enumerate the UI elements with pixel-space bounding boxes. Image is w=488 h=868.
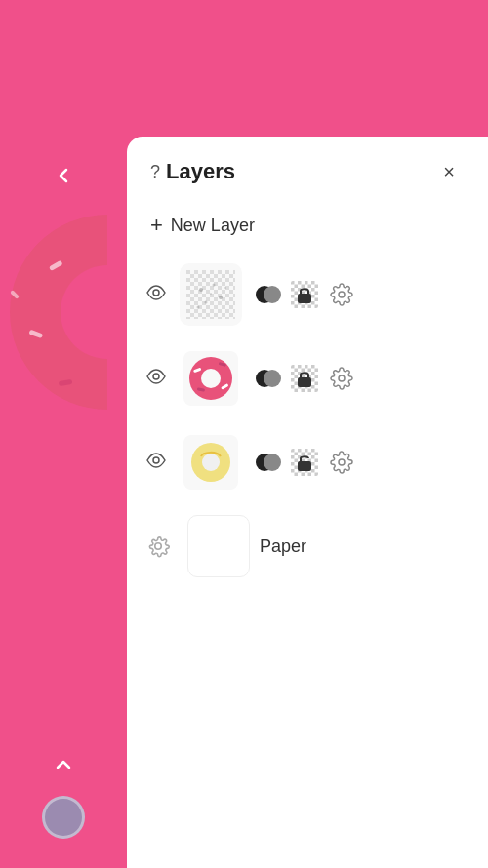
new-layer-label: New Layer xyxy=(171,216,255,236)
svg-point-24 xyxy=(153,374,159,379)
svg-point-33 xyxy=(264,370,281,387)
opacity-icon[interactable] xyxy=(289,279,320,310)
donut-preview xyxy=(0,185,107,429)
layer-thumbnail[interactable] xyxy=(180,431,242,493)
svg-point-11 xyxy=(199,288,203,292)
svg-point-27 xyxy=(201,369,221,388)
svg-point-16 xyxy=(197,306,200,309)
blend-mode-icon[interactable] xyxy=(252,279,283,310)
svg-rect-48 xyxy=(298,461,311,471)
svg-point-15 xyxy=(210,293,212,295)
panel-header: ? Layers × xyxy=(127,137,488,203)
svg-point-6 xyxy=(153,290,159,296)
svg-rect-23 xyxy=(298,294,311,303)
paper-label: Paper xyxy=(260,536,306,557)
layer-row xyxy=(127,339,488,417)
visibility-toggle[interactable] xyxy=(142,453,170,473)
opacity-icon[interactable] xyxy=(289,363,320,394)
paper-thumbnail[interactable] xyxy=(187,515,250,577)
layer-controls xyxy=(252,447,472,478)
svg-point-12 xyxy=(213,284,216,287)
main-area: ? Layers × + New Layer xyxy=(0,137,488,868)
paper-settings-icon[interactable] xyxy=(142,531,174,562)
svg-point-19 xyxy=(264,286,281,303)
svg-point-1 xyxy=(61,265,107,359)
layer-settings-icon[interactable] xyxy=(326,279,357,310)
svg-point-38 xyxy=(339,375,345,381)
close-button[interactable]: × xyxy=(433,156,465,187)
plus-icon: + xyxy=(150,213,163,238)
panel-title-row: ? Layers xyxy=(150,159,235,184)
help-icon[interactable]: ? xyxy=(150,162,160,182)
svg-point-50 xyxy=(155,543,162,550)
layers-panel: ? Layers × + New Layer xyxy=(127,137,488,868)
layer-row xyxy=(127,256,488,334)
svg-rect-3 xyxy=(28,330,43,338)
visibility-toggle[interactable] xyxy=(142,285,170,305)
layer-controls xyxy=(252,363,472,394)
color-picker[interactable] xyxy=(42,796,85,839)
chevron-up-button[interactable] xyxy=(44,745,83,784)
layer-thumbnail[interactable] xyxy=(180,347,242,410)
paper-row: Paper xyxy=(127,507,488,585)
new-layer-button[interactable]: + New Layer xyxy=(127,203,488,256)
sidebar-bottom xyxy=(42,745,85,839)
svg-rect-37 xyxy=(298,377,311,387)
back-button[interactable] xyxy=(44,156,83,195)
layer-settings-icon[interactable] xyxy=(326,363,357,394)
layer-thumbnail[interactable] xyxy=(180,263,242,326)
svg-point-13 xyxy=(219,296,223,299)
svg-rect-5 xyxy=(10,290,20,299)
layer-row xyxy=(127,423,488,501)
svg-rect-2 xyxy=(49,260,63,271)
sidebar-strip xyxy=(0,137,127,868)
layer-settings-icon[interactable] xyxy=(326,447,357,478)
svg-point-49 xyxy=(339,459,345,465)
svg-point-17 xyxy=(224,287,226,289)
svg-point-39 xyxy=(153,457,159,463)
visibility-toggle[interactable] xyxy=(142,369,170,389)
svg-rect-4 xyxy=(59,379,73,386)
svg-point-44 xyxy=(264,454,281,471)
blend-mode-icon[interactable] xyxy=(252,447,283,478)
layer-controls xyxy=(252,279,472,310)
opacity-icon[interactable] xyxy=(289,447,320,478)
svg-point-14 xyxy=(205,301,208,304)
panel-title: Layers xyxy=(166,159,235,184)
svg-point-42 xyxy=(202,454,220,471)
blend-mode-icon[interactable] xyxy=(252,363,283,394)
svg-point-0 xyxy=(10,215,107,410)
